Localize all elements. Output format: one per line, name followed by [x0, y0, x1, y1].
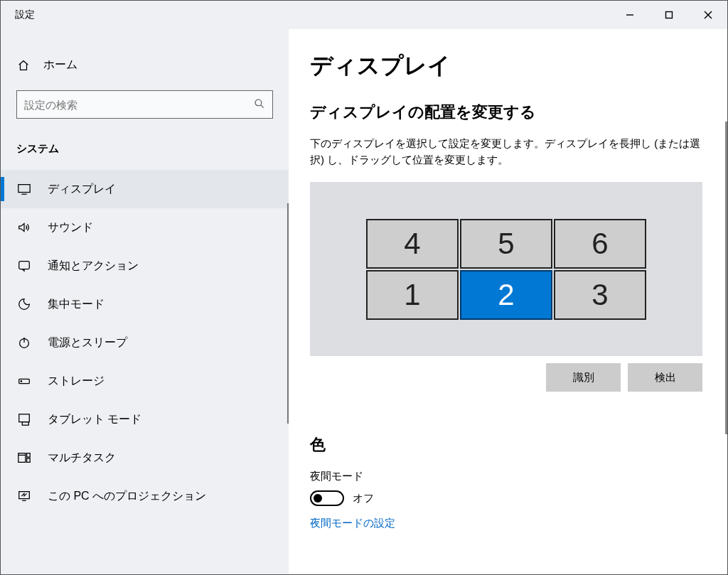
svg-point-4	[255, 100, 262, 106]
minimize-button[interactable]	[610, 1, 649, 29]
sidebar-item-display[interactable]: ディスプレイ	[1, 170, 289, 208]
search-box[interactable]	[16, 90, 273, 119]
svg-point-12	[21, 381, 21, 382]
display-tile-1[interactable]: 1	[366, 270, 459, 320]
storage-icon	[16, 373, 32, 389]
night-mode-state: オフ	[353, 492, 374, 505]
main-content: ディスプレイ ディスプレイの配置を変更する 下のディスプレイを選択して設定を変更…	[289, 29, 727, 574]
night-mode-toggle[interactable]	[310, 490, 344, 506]
sidebar-item-power[interactable]: 電源とスリープ	[1, 323, 289, 362]
sidebar-item-label: 集中モード	[48, 297, 105, 312]
svg-rect-6	[18, 185, 30, 193]
svg-rect-17	[27, 453, 31, 457]
sidebar-item-project[interactable]: この PC へのプロジェクション	[1, 477, 289, 515]
sidebar-item-label: 通知とアクション	[48, 259, 139, 274]
main-scrollbar[interactable]	[725, 122, 727, 434]
close-button[interactable]	[688, 1, 727, 29]
page-title: ディスプレイ	[310, 50, 702, 82]
svg-rect-8	[19, 262, 30, 269]
maximize-button[interactable]	[649, 1, 688, 29]
arrange-description: 下のディスプレイを選択して設定を変更します。ディスプレイを長押し (または選択)…	[310, 136, 702, 168]
detect-button[interactable]: 検出	[628, 363, 702, 392]
sidebar-item-label: 電源とスリープ	[48, 335, 127, 350]
tablet-icon	[16, 412, 32, 427]
svg-rect-15	[18, 453, 26, 463]
category-heading: システム	[1, 136, 289, 170]
power-icon	[16, 335, 32, 350]
display-arrange-area[interactable]: 456123	[310, 182, 702, 356]
display-tile-5[interactable]: 5	[460, 219, 552, 269]
titlebar: 設定	[1, 1, 727, 29]
search-input[interactable]	[24, 99, 241, 111]
svg-rect-14	[22, 422, 28, 426]
svg-line-5	[261, 104, 264, 107]
night-mode-settings-link[interactable]: 夜間モードの設定	[310, 517, 395, 529]
sidebar-item-label: ストレージ	[48, 374, 105, 389]
sidebar-item-label: ディスプレイ	[48, 182, 116, 197]
display-tile-6[interactable]: 6	[554, 219, 646, 269]
sidebar-item-sound[interactable]: サウンド	[1, 208, 289, 247]
sidebar: ホーム システム ディスプレイ サウンド 通知とアクション	[1, 29, 289, 574]
sidebar-item-label: この PC へのプロジェクション	[48, 489, 206, 504]
color-heading: 色	[310, 434, 702, 456]
arrange-heading: ディスプレイの配置を変更する	[310, 102, 702, 123]
sidebar-item-multitask[interactable]: マルチタスク	[1, 439, 289, 477]
window-controls	[610, 1, 727, 29]
identify-button[interactable]: 識別	[546, 363, 621, 392]
sidebar-item-label: サウンド	[48, 220, 93, 235]
svg-rect-1	[665, 12, 672, 18]
sidebar-item-notifications[interactable]: 通知とアクション	[1, 247, 289, 285]
night-mode-label: 夜間モード	[310, 470, 702, 483]
display-grid: 456123	[366, 219, 646, 320]
svg-rect-18	[27, 458, 31, 462]
sidebar-item-label: マルチタスク	[48, 451, 116, 466]
sidebar-item-tablet[interactable]: タブレット モード	[1, 400, 289, 439]
home-label: ホーム	[43, 58, 77, 72]
sidebar-item-storage[interactable]: ストレージ	[1, 362, 289, 400]
notifications-icon	[16, 258, 32, 274]
window-title: 設定	[15, 9, 35, 21]
focus-icon	[16, 296, 32, 312]
project-icon	[16, 488, 32, 504]
sidebar-item-focus[interactable]: 集中モード	[1, 285, 289, 323]
multitask-icon	[16, 450, 32, 466]
sidebar-item-label: タブレット モード	[48, 412, 141, 427]
home-icon	[16, 59, 31, 72]
home-nav[interactable]: ホーム	[1, 50, 289, 80]
display-icon	[16, 181, 32, 197]
svg-rect-13	[19, 414, 30, 422]
sound-icon	[16, 220, 32, 235]
display-tile-3[interactable]: 3	[554, 270, 646, 320]
display-tile-2[interactable]: 2	[460, 270, 552, 320]
display-tile-4[interactable]: 4	[366, 219, 459, 269]
search-icon	[254, 98, 265, 112]
